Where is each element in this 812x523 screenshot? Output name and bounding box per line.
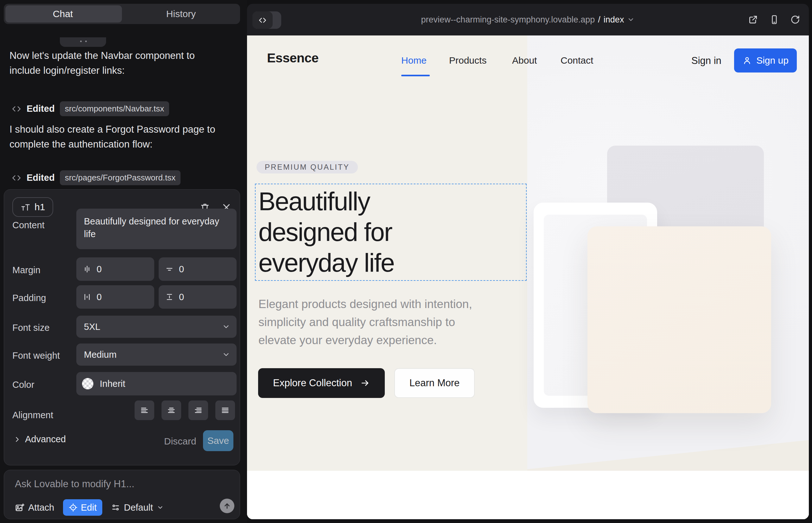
- save-button[interactable]: Save: [203, 430, 233, 451]
- attach-button[interactable]: Attach: [15, 502, 54, 513]
- edit-mode-button[interactable]: Edit: [63, 499, 102, 516]
- premium-quality-badge: PREMIUM QUALITY: [257, 161, 358, 174]
- font-weight-label: Font weight: [12, 350, 60, 361]
- chat-history-tabbar: Chat History: [4, 4, 240, 24]
- chat-panel: Chat History Now let's update the Navbar…: [0, 0, 247, 523]
- site-canvas: Essence Home Products About Contact Sign…: [247, 35, 809, 519]
- hero-heading-line: Beautifully: [259, 186, 394, 217]
- padding-vertical-icon: [165, 292, 174, 301]
- nav-link-contact[interactable]: Contact: [561, 55, 593, 66]
- file-badge[interactable]: src/components/Navbar.tsx: [60, 101, 170, 116]
- tab-history[interactable]: History: [122, 4, 240, 24]
- nav-active-underline: [401, 75, 430, 76]
- hero-heading-line: designed for: [259, 217, 394, 248]
- font-weight-select[interactable]: Medium: [76, 343, 236, 366]
- sign-up-label: Sign up: [756, 55, 789, 66]
- color-swatch: [82, 378, 93, 390]
- arrow-right-icon: [360, 378, 370, 388]
- refresh-icon: [791, 15, 800, 24]
- open-external-button[interactable]: [748, 15, 758, 25]
- padding-x-input[interactable]: 0: [76, 285, 154, 309]
- edited-label: Edited: [27, 104, 55, 114]
- font-size-select[interactable]: 5XL: [76, 315, 236, 338]
- sign-up-button[interactable]: Sign up: [734, 49, 797, 72]
- padding-x-value: 0: [96, 292, 102, 302]
- file-badge[interactable]: src/pages/ForgotPassword.tsx: [60, 170, 181, 185]
- padding-label: Padding: [12, 293, 46, 303]
- decor-card-beige: [587, 227, 771, 413]
- font-size-value: 5XL: [84, 322, 100, 332]
- color-select[interactable]: Inherit: [76, 372, 236, 395]
- tag-label: h1: [35, 202, 45, 213]
- attach-label: Attach: [28, 502, 54, 513]
- edited-label: Edited: [27, 173, 55, 183]
- selected-element-tag[interactable]: h1: [12, 197, 53, 217]
- chevron-down-icon: [627, 16, 635, 23]
- content-textarea[interactable]: Beautifully designed for everyday life: [76, 209, 236, 249]
- url-page: index: [604, 15, 624, 25]
- chevron-right-icon: [14, 436, 21, 443]
- align-center-icon: [167, 406, 176, 415]
- margin-vertical-icon: [165, 265, 174, 273]
- margin-y-input[interactable]: 0: [159, 257, 236, 281]
- hero-heading-line: everyday life: [259, 248, 394, 278]
- composer-input[interactable]: Ask Lovable to modify H1...: [15, 479, 134, 490]
- align-center-button[interactable]: [161, 400, 181, 420]
- arrow-up-icon: [223, 502, 231, 510]
- url-separator: /: [598, 15, 600, 25]
- preview-toolbar: preview--charming-site-symphony.lovable.…: [247, 4, 809, 35]
- advanced-label: Advanced: [25, 434, 66, 445]
- hero-paragraph: Elegant products designed with intention…: [259, 295, 472, 349]
- padding-y-input[interactable]: 0: [159, 285, 236, 309]
- url-domain: preview--charming-site-symphony.lovable.…: [421, 15, 595, 25]
- nav-link-home[interactable]: Home: [401, 55, 427, 66]
- send-button[interactable]: [220, 499, 234, 513]
- refresh-button[interactable]: [791, 15, 800, 24]
- margin-label: Margin: [12, 265, 40, 275]
- smartphone-icon: [770, 15, 779, 25]
- align-right-icon: [194, 406, 203, 415]
- nav-link-products[interactable]: Products: [449, 55, 487, 66]
- mobile-view-button[interactable]: [770, 15, 779, 25]
- align-justify-button[interactable]: [215, 400, 235, 420]
- chevron-down-icon: [222, 350, 230, 359]
- align-right-button[interactable]: [189, 400, 208, 420]
- edited-file-row: Edited src/pages/ForgotPassword.tsx: [12, 170, 180, 185]
- chat-composer: Ask Lovable to modify H1... Attach Edit …: [4, 470, 240, 519]
- margin-x-input[interactable]: 0: [76, 257, 154, 281]
- hero-heading[interactable]: Beautifully designed for everyday life: [259, 186, 394, 278]
- edited-file-row: Edited src/components/Navbar.tsx: [12, 101, 169, 116]
- advanced-expander[interactable]: Advanced: [14, 434, 66, 445]
- external-link-icon: [748, 15, 758, 25]
- nav-link-about[interactable]: About: [512, 55, 537, 66]
- code-icon: [12, 105, 21, 113]
- learn-more-button[interactable]: Learn More: [394, 368, 475, 398]
- hero-paragraph-line: Elegant products designed with intention…: [259, 295, 472, 313]
- discard-button[interactable]: Discard: [164, 436, 196, 447]
- align-left-button[interactable]: [135, 400, 154, 420]
- explore-collection-button[interactable]: Explore Collection: [258, 368, 385, 398]
- chat-message: Now let's update the Navbar component to…: [10, 48, 221, 78]
- margin-horizontal-icon: [83, 265, 91, 273]
- default-mode-dropdown[interactable]: Default: [111, 502, 164, 513]
- chevron-down-icon: [157, 504, 164, 511]
- sign-in-link[interactable]: Sign in: [691, 55, 721, 67]
- user-icon: [742, 56, 752, 65]
- color-value: Inherit: [100, 379, 125, 389]
- code-icon: [12, 174, 21, 182]
- default-label: Default: [124, 502, 153, 513]
- target-icon: [69, 503, 77, 512]
- site-logo[interactable]: Essence: [267, 51, 319, 66]
- alignment-label: Alignment: [12, 410, 53, 420]
- section-below-hero: [247, 471, 809, 519]
- explore-collection-label: Explore Collection: [273, 377, 352, 389]
- sliders-icon: [111, 503, 120, 512]
- hero-paragraph-line: elevate your everyday experience.: [259, 331, 472, 349]
- preview-url-bar[interactable]: preview--charming-site-symphony.lovable.…: [247, 4, 809, 35]
- font-size-label: Font size: [12, 323, 50, 333]
- scrolled-badge-partial: [60, 37, 106, 47]
- hero-paragraph-line: simplicity and quality craftsmanship to: [259, 313, 472, 331]
- tab-chat[interactable]: Chat: [4, 4, 122, 24]
- chevron-down-icon: [222, 323, 230, 331]
- content-label: Content: [12, 220, 45, 231]
